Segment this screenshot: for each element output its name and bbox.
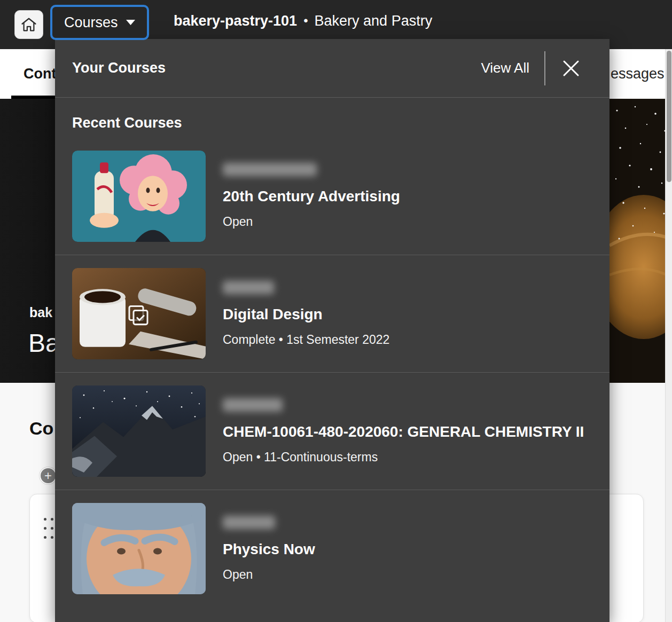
dropdown-header-actions: View All — [480, 51, 583, 85]
course-list-item[interactable]: 20th Century Advertising Open — [55, 137, 610, 255]
banner-course-id: bak — [29, 305, 52, 320]
course-status: Complete • 1st Semester 2022 — [223, 333, 389, 347]
course-list-item[interactable]: Digital Design Complete • 1st Semester 2… — [55, 255, 610, 372]
close-button[interactable] — [559, 57, 583, 80]
course-info: Physics Now Open — [223, 516, 315, 582]
add-content-button[interactable]: + — [40, 467, 57, 484]
course-thumbnail-advertising — [72, 151, 206, 242]
course-status: Open — [223, 568, 253, 582]
screen: Cont essages bak Ba — [0, 0, 672, 622]
close-icon — [562, 59, 580, 77]
recent-courses-heading: Recent Courses — [72, 115, 610, 131]
breadcrumb-course-id: bakery-pastry-101 — [174, 13, 297, 29]
dropdown-header: Your Courses View All — [55, 39, 610, 98]
course-status: Open • 11-Continuous-terms — [223, 450, 378, 464]
course-id-redacted — [223, 398, 283, 412]
course-id-redacted — [223, 516, 275, 529]
tab-content[interactable]: Cont — [24, 49, 56, 99]
content-heading: Co — [29, 418, 53, 439]
courses-dropdown-panel: Your Courses View All Recent Courses — [55, 39, 610, 622]
courses-menu-label: Courses — [64, 14, 118, 31]
breadcrumb: bakery-pastry-101 • Bakery and Pastry — [174, 0, 432, 42]
pastry-banner-image — [610, 99, 672, 383]
course-info: Digital Design Complete • 1st Semester 2… — [223, 281, 389, 347]
course-id-redacted — [223, 163, 317, 176]
view-all-button[interactable]: View All — [480, 58, 530, 78]
scrollbar-thumb[interactable] — [667, 51, 671, 182]
course-id-redacted — [223, 281, 274, 294]
courses-menu-button[interactable]: Courses — [50, 5, 149, 40]
course-list: 20th Century Advertising Open — [55, 137, 610, 607]
course-list-item[interactable]: CHEM-10061-480-202060: GENERAL CHEMISTRY… — [55, 372, 610, 490]
header-divider — [544, 51, 545, 85]
course-info: CHEM-10061-480-202060: GENERAL CHEMISTRY… — [223, 398, 584, 464]
course-thumbnail-physics — [72, 503, 206, 594]
breadcrumb-separator: • — [303, 13, 308, 28]
course-title-link[interactable]: CHEM-10061-480-202060: GENERAL CHEMISTRY… — [223, 423, 584, 440]
home-icon — [21, 17, 37, 32]
course-info: 20th Century Advertising Open — [223, 163, 400, 229]
course-title-link[interactable]: Digital Design — [223, 306, 323, 323]
drag-handle-icon[interactable] — [44, 518, 53, 539]
plus-icon: + — [44, 469, 52, 482]
home-button[interactable] — [14, 10, 43, 39]
course-thumbnail-chemistry — [72, 385, 206, 477]
course-title-link[interactable]: Physics Now — [223, 541, 315, 558]
dropdown-title: Your Courses — [72, 60, 480, 76]
course-title-link[interactable]: 20th Century Advertising — [223, 188, 400, 205]
breadcrumb-course-name: Bakery and Pastry — [315, 13, 433, 29]
course-status: Open — [223, 215, 253, 229]
caret-down-icon — [126, 20, 135, 25]
course-list-item[interactable]: Physics Now Open — [55, 490, 610, 607]
page-scrollbar[interactable] — [665, 49, 672, 622]
course-thumbnail-digital-design — [72, 268, 206, 359]
tab-messages[interactable]: essages — [611, 49, 665, 99]
